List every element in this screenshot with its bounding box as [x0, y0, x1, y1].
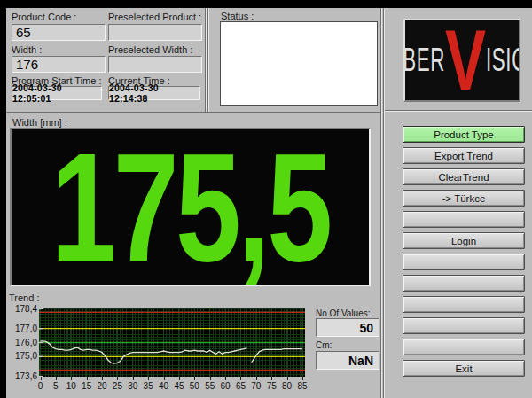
trend-xtick-mark-45: [179, 377, 180, 380]
sidebar-button-blank-7[interactable]: [403, 275, 525, 292]
trend-xtick-10: 10: [66, 381, 76, 391]
trend-ytick-178,4: 178,4: [5, 304, 37, 315]
trend-xtick-mark-40: [164, 377, 165, 380]
trend-xtick-40: 40: [159, 381, 168, 391]
trend-xtick-70: 70: [251, 381, 261, 391]
fibervision-logo: FIBERVISION: [403, 19, 520, 102]
trend-xtick-mark-70: [256, 377, 257, 380]
trend-xtick-5: 5: [53, 381, 59, 391]
trend-xtick-mark-5: [56, 377, 57, 380]
logo-v-mark: V: [445, 21, 486, 99]
trend-xtick-60: 60: [221, 381, 231, 391]
width-display: 175,5: [10, 128, 371, 286]
trend-plot: [39, 308, 305, 377]
trend-xtick-mark-65: [240, 377, 241, 380]
trend-xtick-mark-35: [148, 377, 149, 380]
sidebar-button-cleartrend[interactable]: ClearTrend: [403, 168, 525, 185]
no-of-values-label: No Of Values:: [316, 308, 371, 318]
preselected-product-field[interactable]: [108, 24, 202, 41]
trend-xtick-mark-60: [225, 377, 226, 380]
trend-label: Trend :: [9, 293, 39, 303]
product-code-label: Product Code :: [12, 12, 76, 22]
product-code-field[interactable]: 65: [12, 24, 106, 41]
divider-top-left: [6, 112, 380, 114]
trend-ytick-173,6: 173,6: [5, 371, 37, 382]
sidebar-button-blank-6[interactable]: [403, 254, 525, 270]
logo-text-fiber: FIBER: [403, 44, 445, 76]
trend-xtick-35: 35: [144, 381, 153, 391]
trend-xtick-15: 15: [82, 381, 91, 391]
trend-xtick-85: 85: [297, 381, 307, 391]
sidebar-button-exit[interactable]: Exit: [403, 360, 525, 377]
trend-xtick-30: 30: [128, 381, 137, 391]
sidebar-button-blank-10[interactable]: [403, 339, 525, 355]
trend-xtick-75: 75: [267, 381, 277, 391]
cm-field[interactable]: NaN: [316, 351, 379, 370]
trend-xtick-65: 65: [236, 381, 246, 391]
trend-xtick-55: 55: [205, 381, 215, 391]
trend-xtick-80: 80: [282, 381, 292, 391]
width-label: Width :: [12, 44, 42, 55]
trend-series-width-trend: [252, 349, 302, 363]
trend-xtick-mark-20: [102, 377, 103, 380]
sidebar-button-export-trend[interactable]: Export Trend: [403, 147, 525, 164]
cm-label: Cm:: [316, 340, 332, 350]
divider-form-status: [205, 8, 209, 113]
no-of-values-field[interactable]: 50: [316, 318, 379, 337]
trend-xtick-mark-15: [87, 377, 88, 380]
trend-xtick-0: 0: [38, 381, 43, 391]
width-field[interactable]: 176: [12, 56, 106, 73]
trend-xtick-mark-75: [271, 377, 272, 380]
trend-ytick-177,0: 177,0: [5, 324, 37, 334]
sidebar-button-product-type[interactable]: Product Type: [403, 126, 525, 143]
trend-xtick-mark-0: [41, 377, 42, 380]
sidebar-button-blank-8[interactable]: [403, 296, 525, 313]
trend-xtick-mark-10: [71, 377, 72, 380]
logo-text-ision: ISION: [486, 44, 520, 76]
trend-xtick-mark-80: [287, 377, 288, 380]
preselected-product-label: Preselected Product :: [108, 12, 201, 22]
divider-main-sidebar: [380, 8, 385, 398]
sidebar-button-column: Product TypeExport TrendClearTrend-> Tür…: [403, 126, 525, 377]
sidebar-button-t-rkce[interactable]: -> Türkce: [403, 190, 525, 207]
status-label: Status :: [221, 11, 254, 21]
sidebar-button-blank-4[interactable]: [403, 211, 525, 228]
fibervision-window: Product Code : 65 Preselected Product : …: [0, 0, 532, 398]
sidebar-button-login[interactable]: Login: [403, 232, 525, 249]
trend-ytick-176,0: 176,0: [5, 338, 37, 348]
trend-xtick-20: 20: [97, 381, 106, 391]
trend-xtick-mark-30: [133, 377, 134, 380]
trend-xtick-50: 50: [190, 381, 200, 391]
preselected-width-label: Preselected Width :: [108, 44, 192, 55]
trend-ytick-175,0: 175,0: [5, 351, 37, 362]
preselected-width-field[interactable]: [108, 56, 202, 73]
trend-xtick-mark-50: [194, 377, 195, 380]
trend-xtick-mark-55: [210, 377, 211, 380]
divider-top-right: [385, 110, 532, 113]
program-start-time-field[interactable]: 2004-03-30 12:05:01: [12, 86, 102, 100]
trend-xtick-mark-85: [302, 377, 303, 380]
width-display-value: 175,5: [51, 129, 330, 285]
trend-plot-svg: [39, 308, 305, 377]
trend-xtick-25: 25: [113, 381, 122, 391]
sidebar-button-blank-9[interactable]: [403, 317, 525, 334]
trend-xtick-mark-25: [117, 377, 118, 380]
trend-xtick-45: 45: [174, 381, 184, 391]
status-listbox[interactable]: [220, 21, 378, 106]
width-mm-label: Width [mm] :: [12, 117, 67, 128]
current-time-field[interactable]: 2004-03-30 12:14:38: [108, 86, 200, 100]
